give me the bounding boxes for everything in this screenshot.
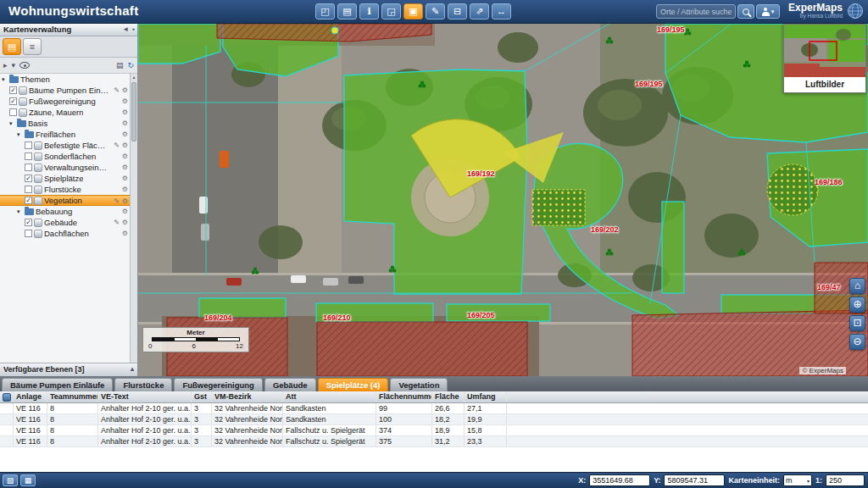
map-grid-button[interactable]: ▦ (20, 474, 36, 486)
search-button[interactable] (737, 4, 754, 19)
zoom-in-button[interactable]: ⊕ (849, 297, 865, 313)
refresh-icon[interactable]: ↻ (127, 61, 134, 69)
layer-checkbox[interactable]: ✓ (9, 97, 17, 105)
tab-vegetation[interactable]: Vegetation (390, 378, 448, 391)
layer-checkbox[interactable] (9, 108, 17, 116)
tree-layer-verwaltungseinheiten[interactable]: Verwaltungseinheiten⚙ (0, 162, 130, 173)
column-header-gst[interactable]: Gst (192, 391, 212, 402)
pencil-icon[interactable]: ✎ (114, 85, 120, 96)
tree-layer-fußwegereinigung[interactable]: ✓Fußwegereinigung⚙ (0, 96, 130, 107)
gear-icon[interactable]: ⚙ (122, 107, 128, 118)
tree-folder-themen[interactable]: ▾Themen (0, 74, 130, 85)
tab-fußwegereinigung[interactable]: Fußwegereinigung (174, 378, 262, 391)
print-tool-button[interactable]: ⊟ (448, 3, 467, 19)
gear-icon[interactable]: ⚙ (122, 140, 128, 151)
legend-view-tab[interactable]: ≡ (23, 38, 42, 55)
gear-icon[interactable]: ⚙ (122, 151, 128, 162)
table-row[interactable]: VE 1168Anhalter Hof 2-10 ger. u.a.332 Va… (0, 403, 868, 414)
highlight-tool-button[interactable]: ▣ (403, 3, 423, 19)
layer-checkbox[interactable] (25, 152, 32, 160)
layer-checkbox[interactable]: ✓ (9, 86, 17, 94)
overview-map-image[interactable] (784, 25, 865, 77)
zoom-window-button[interactable]: ⊡ (849, 315, 865, 331)
home-button[interactable]: ⌂ (849, 278, 865, 294)
gear-icon[interactable]: ⚙ (122, 173, 128, 184)
gear-icon[interactable]: ⚙ (122, 184, 128, 195)
available-layers-bar[interactable]: Verfügbare Ebenen [3] ▴ (0, 363, 137, 376)
layer-checkbox[interactable]: ✓ (25, 219, 32, 226)
table-row[interactable]: VE 1168Anhalter Hof 2-10 ger. u.a.332 Va… (0, 425, 868, 436)
pencil-icon[interactable]: ✎ (114, 217, 120, 228)
layer-checkbox[interactable] (25, 230, 32, 237)
tree-layer-befestigte-flächen[interactable]: Befestigte Flächen✎⚙ (0, 140, 130, 151)
map-unit-select[interactable]: m ▾ (783, 474, 812, 486)
layers-tool-button[interactable]: ▤ (337, 3, 357, 19)
column-header-vm-bezirk[interactable]: VM-Bezirk (212, 391, 283, 402)
tree-folder-freiflächen[interactable]: ▾Freiflächen⚙ (0, 129, 130, 140)
tab-gebäude[interactable]: Gebäude (264, 378, 316, 391)
tree-layer-flurstücke[interactable]: Flurstücke⚙ (0, 184, 130, 195)
map-canvas[interactable]: 169/195169/195169/192169/186169/202169/2… (138, 24, 868, 376)
layer-checkbox[interactable] (25, 164, 32, 171)
column-header-anlage[interactable]: Anlage (14, 391, 47, 402)
column-header-flächennummer[interactable]: Flächennummer (376, 391, 432, 402)
gear-icon[interactable]: ⚙ (122, 206, 128, 217)
gear-icon[interactable]: ⚙ (122, 162, 128, 173)
collapse-panel-icon[interactable]: ▴ (131, 365, 134, 373)
layer-checkbox[interactable] (25, 186, 32, 193)
x-coordinate-input[interactable] (589, 474, 650, 486)
expander-icon[interactable]: ▾ (2, 74, 8, 85)
tree-folder-bebauung[interactable]: ▾Bebauung⚙ (0, 206, 130, 217)
scroll-up-icon[interactable]: ▲ (132, 75, 136, 80)
table-row[interactable]: VE 1168Anhalter Hof 2-10 ger. u.a.332 Va… (0, 436, 868, 447)
layer-checkbox[interactable]: ✓ (25, 175, 32, 182)
gear-icon[interactable]: ⚙ (122, 129, 128, 140)
expander-icon[interactable]: ▾ (9, 118, 15, 129)
column-header-ve-text[interactable]: VE-Text (98, 391, 192, 402)
overview-tool-button[interactable]: ◰ (315, 3, 335, 19)
expander-icon[interactable]: ▾ (17, 129, 23, 140)
column-header-fläche[interactable]: Fläche (432, 391, 465, 402)
tree-scrollbar[interactable]: ▲ (130, 74, 137, 363)
y-coordinate-input[interactable] (664, 474, 725, 486)
tab-bäume-pumpen-einläufe[interactable]: Bäume Pumpen Einläufe (2, 378, 113, 391)
visibility-eye-icon[interactable] (19, 62, 30, 69)
tree-folder-basis[interactable]: ▾Basis⚙ (0, 118, 130, 129)
tree-layer-dachflächen[interactable]: Dachflächen⚙ (0, 228, 130, 239)
tree-layer-zäune-mauern[interactable]: Zäune, Mauern⚙ (0, 107, 130, 118)
tree-layer-spielplätze[interactable]: ✓Spielplätze⚙ (0, 173, 130, 184)
column-header-teamnummer[interactable]: Teamnummer (47, 391, 98, 402)
info-tool-button[interactable]: ℹ (359, 3, 379, 19)
expand-all-icon[interactable]: ▸ (3, 61, 8, 69)
tab-spielplätze-4[interactable]: Spielplätze (4) (318, 378, 389, 391)
edit-tool-button[interactable]: ✎ (426, 3, 445, 19)
gear-icon[interactable]: ⚙ (122, 85, 128, 96)
column-header-umfang[interactable]: Umfang (465, 391, 507, 402)
measure-tool-button[interactable]: ↔ (492, 3, 511, 19)
layer-checkbox[interactable] (25, 141, 32, 149)
tree-layer-bäume-pumpen-einläufe[interactable]: ✓Bäume Pumpen Einläufe✎⚙ (0, 85, 130, 96)
tree-layer-sonderflächen[interactable]: Sonderflächen⚙ (0, 151, 130, 162)
layer-checkbox[interactable]: ✓ (25, 197, 32, 204)
zoom-out-button[interactable]: ⊖ (849, 334, 865, 350)
expander-icon[interactable]: ▾ (17, 206, 23, 217)
gear-icon[interactable]: ⚙ (122, 217, 128, 228)
pencil-icon[interactable]: ✎ (114, 140, 120, 151)
tab-flurstücke[interactable]: Flurstücke (114, 378, 172, 391)
scale-input[interactable] (826, 474, 865, 486)
tree-layer-gebäude[interactable]: ✓Gebäude✎⚙ (0, 217, 130, 228)
layer-list-icon[interactable]: ▤ (116, 61, 124, 69)
table-tools-cell[interactable] (0, 391, 14, 402)
themes-view-tab[interactable]: ▤ (3, 38, 21, 55)
table-settings-icon[interactable] (3, 393, 11, 402)
gear-icon[interactable]: ⚙ (122, 96, 128, 107)
gear-icon[interactable]: ⚙ (122, 118, 128, 129)
gear-icon[interactable]: ⚙ (122, 228, 128, 239)
table-row[interactable]: VE 1168Anhalter Hof 2-10 ger. u.a.332 Va… (0, 414, 868, 425)
export-tool-button[interactable]: ⇗ (470, 3, 489, 19)
zoom-window-tool-button[interactable]: ◲ (381, 3, 401, 19)
pin-panel-icon[interactable]: ▪ (132, 25, 135, 33)
user-menu-button[interactable]: ▾ (756, 4, 780, 19)
collapse-all-icon[interactable]: ▾ (12, 61, 16, 69)
map-layers-button[interactable]: ▧ (3, 474, 18, 486)
